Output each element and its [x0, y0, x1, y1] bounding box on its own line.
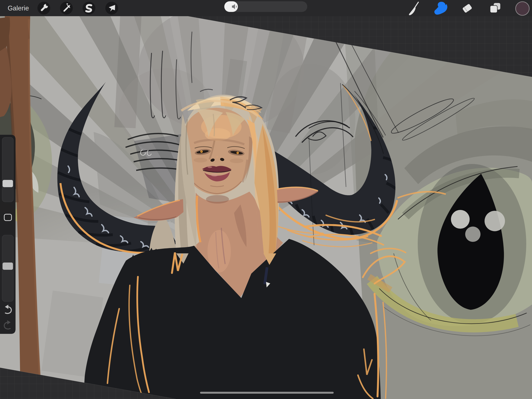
svg-text:Galerie: Galerie [8, 5, 29, 12]
